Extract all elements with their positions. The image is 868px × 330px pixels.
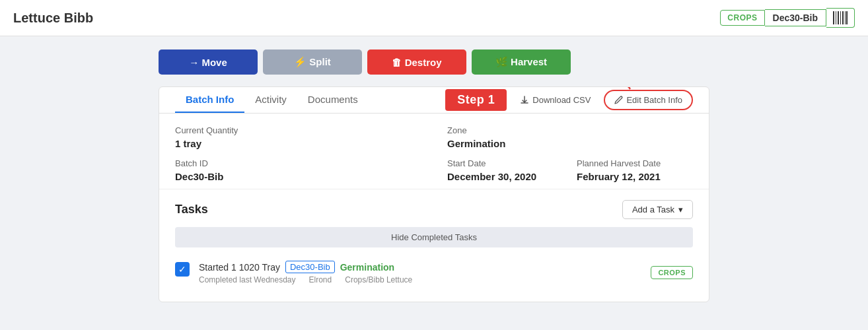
planned-harvest-item: Planned Harvest Date February 12, 2021	[577, 158, 693, 182]
task-title: Started 1 1020 Tray Dec30-Bib Germinatio…	[199, 261, 641, 273]
svg-rect-3	[840, 11, 841, 24]
start-date-item: Start Date December 30, 2020	[447, 158, 563, 182]
svg-rect-0	[833, 11, 834, 24]
task-completed-text: Completed last Wednesday	[199, 275, 296, 284]
edit-icon	[614, 96, 623, 104]
header-batch-id: Dec30-Bib	[765, 9, 826, 26]
step1-badge: Step 1	[445, 89, 507, 111]
tab-activity[interactable]: Activity	[244, 87, 297, 113]
split-button[interactable]: ⚡ Split	[263, 50, 362, 75]
action-buttons-row: → Move ⚡ Split 🗑 Destroy 🌿 Harvest	[159, 50, 709, 75]
task-content: Started 1 1020 Tray Dec30-Bib Germinatio…	[199, 261, 641, 284]
batch-id-item: Batch ID Dec30-Bib	[175, 158, 421, 182]
date-items: Start Date December 30, 2020 Planned Har…	[447, 158, 693, 182]
move-button[interactable]: → Move	[159, 50, 258, 75]
zone-value: Germination	[447, 138, 693, 149]
task-title-prefix: Started 1 1020 Tray	[199, 262, 280, 273]
tabs-container: Batch Info Activity Documents	[175, 87, 369, 113]
svg-rect-1	[836, 11, 836, 24]
tasks-section: Tasks Add a Task ▾ Hide Completed Tasks …	[159, 189, 709, 302]
tasks-title: Tasks	[175, 203, 208, 216]
zone-label: Zone	[447, 125, 693, 135]
task-item: ✓ Started 1 1020 Tray Dec30-Bib Germinat…	[175, 254, 693, 291]
tab-documents[interactable]: Documents	[297, 87, 369, 113]
task-crop-path: Crops/Bibb Lettuce	[345, 275, 412, 284]
start-date-value: December 30, 2020	[447, 171, 563, 182]
tabs-row: Batch Info Activity Documents Step 1	[159, 87, 709, 114]
current-quantity-item: Current Quantity 1 tray	[175, 125, 421, 149]
harvest-button[interactable]: 🌿 Harvest	[472, 50, 571, 75]
task-location: Elrond	[309, 275, 332, 284]
crops-label: CROPS	[720, 10, 764, 26]
task-title-suffix: Germination	[340, 262, 394, 273]
hide-completed-bar[interactable]: Hide Completed Tasks	[175, 227, 693, 248]
start-date-label: Start Date	[447, 158, 563, 168]
tasks-header: Tasks Add a Task ▾	[175, 200, 693, 219]
main-card: Batch Info Activity Documents Step 1	[159, 86, 709, 302]
tab-batch-info[interactable]: Batch Info	[175, 87, 244, 113]
svg-rect-2	[838, 11, 839, 24]
add-task-button[interactable]: Add a Task ▾	[622, 200, 693, 219]
svg-rect-6	[846, 11, 848, 24]
main-content: → Move ⚡ Split 🗑 Destroy 🌿 Harvest Batch…	[0, 36, 868, 315]
header-right: CROPS Dec30-Bib	[720, 8, 855, 28]
planned-harvest-value: February 12, 2021	[577, 171, 693, 182]
task-checkbox[interactable]: ✓	[175, 262, 190, 277]
task-crops-badge: CROPS	[651, 266, 693, 279]
edit-batch-info-button[interactable]: Edit Batch Info	[604, 90, 693, 110]
current-quantity-value: 1 tray	[175, 138, 421, 149]
chevron-down-icon: ▾	[678, 205, 683, 214]
current-quantity-label: Current Quantity	[175, 125, 421, 135]
svg-rect-4	[842, 11, 844, 24]
zone-item: Zone Germination	[447, 125, 693, 149]
batch-id-label: Batch ID	[175, 158, 421, 168]
batch-id-value: Dec30-Bib	[175, 171, 421, 182]
app-header: Lettuce Bibb CROPS Dec30-Bib	[0, 0, 868, 36]
page-title: Lettuce Bibb	[13, 11, 93, 26]
title-bold: Bibb	[64, 11, 93, 25]
title-prefix: Lettuce	[13, 11, 60, 25]
task-meta: Completed last Wednesday Elrond Crops/Bi…	[199, 275, 641, 284]
batch-info-grid: Current Quantity 1 tray Zone Germination…	[159, 114, 709, 189]
download-icon	[520, 96, 529, 105]
download-csv-button[interactable]: Download CSV	[513, 91, 597, 109]
planned-harvest-label: Planned Harvest Date	[577, 158, 693, 168]
task-batch-link[interactable]: Dec30-Bib	[285, 261, 335, 273]
svg-rect-5	[845, 11, 846, 24]
barcode-icon[interactable]	[826, 8, 855, 28]
destroy-button[interactable]: 🗑 Destroy	[367, 50, 466, 75]
tab-actions: Step 1 Download CSV	[445, 89, 693, 111]
